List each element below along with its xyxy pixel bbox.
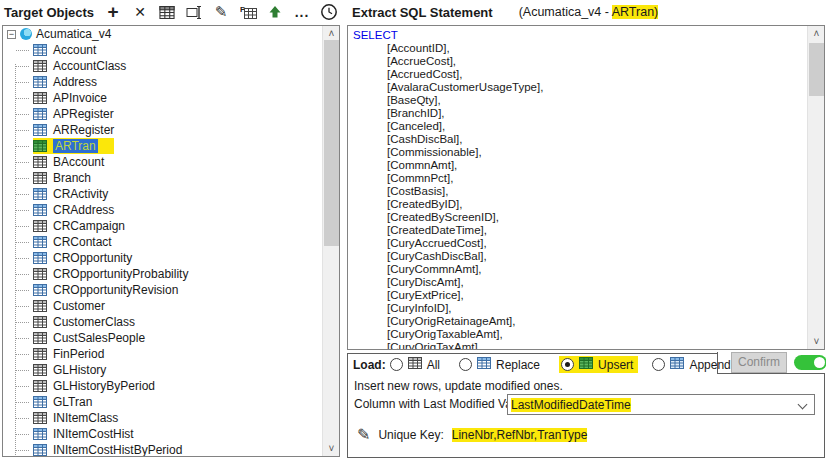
tree-item-label: GLHistory xyxy=(53,363,106,377)
sql-scrollbar-thumb[interactable] xyxy=(809,43,824,96)
sql-column-line: [AccountID], xyxy=(348,42,806,55)
selected-row-highlight: ARTran xyxy=(33,138,114,154)
edit-icon[interactable]: ✎ xyxy=(212,2,230,22)
sql-keyword: SELECT xyxy=(348,29,806,42)
sql-column-line: [CuryOrigTaxAmt], xyxy=(348,341,806,350)
sql-column-line: [CuryCommnAmt], xyxy=(348,263,806,276)
tree-item-custsalespeople[interactable]: CustSalesPeople xyxy=(3,330,322,346)
rename-icon[interactable] xyxy=(185,2,203,22)
tree-item-initemcosthist[interactable]: INItemCostHist xyxy=(3,426,322,442)
tree-root-label: Acumatica_v4 xyxy=(36,27,111,41)
last-modified-column-label: Column with Last Modified Value xyxy=(354,397,528,411)
load-option-label: Upsert xyxy=(598,358,633,372)
scroll-up-icon[interactable]: ˄ xyxy=(808,26,825,41)
context-subtitle: (Acumatica_v4 - ARTran) xyxy=(519,5,659,19)
tree-item-artran[interactable]: ARTran xyxy=(3,138,322,154)
tree-item-glhistory[interactable]: GLHistory xyxy=(3,362,322,378)
table-icon xyxy=(408,357,422,372)
tree-item-label: Branch xyxy=(53,171,91,185)
sql-column-line: [CreatedByID], xyxy=(348,198,806,211)
tree-connector xyxy=(16,402,29,403)
sql-statement-editor[interactable]: SELECT[AccountID],[AccrueCost],[AccruedC… xyxy=(347,25,825,350)
tree-item-cropportunityprobability[interactable]: CROpportunityProbability xyxy=(3,266,322,282)
enabled-toggle[interactable] xyxy=(794,355,826,370)
tree-item-label: Account xyxy=(53,43,96,57)
tree-item-branch[interactable]: Branch xyxy=(3,170,322,186)
tree-item-apinvoice[interactable]: APInvoice xyxy=(3,90,322,106)
tree-item-accountclass[interactable]: AccountClass xyxy=(3,58,322,74)
tree-item-address[interactable]: Address xyxy=(3,74,322,90)
sql-column-line: [Canceled], xyxy=(348,120,806,133)
scroll-up-icon[interactable]: ˄ xyxy=(323,26,340,41)
edit-pencil-icon[interactable]: ✎ xyxy=(357,425,370,444)
tree-item-customerclass[interactable]: CustomerClass xyxy=(3,314,322,330)
table-icon xyxy=(33,108,47,120)
tree-item-apregister[interactable]: APRegister xyxy=(3,106,322,122)
tree-connector xyxy=(16,162,29,163)
highlight-tail xyxy=(98,139,114,153)
table-icon xyxy=(33,412,47,424)
sql-column-line: [AvalaraCustomerUsageType], xyxy=(348,81,806,94)
tree-item-finperiod[interactable]: FinPeriod xyxy=(3,346,322,362)
tree-item-cropportunity[interactable]: CROpportunity xyxy=(3,250,322,266)
radio-icon[interactable] xyxy=(652,358,665,371)
target-objects-tree[interactable]: − Acumatica_v4 AccountAccountClassAddres… xyxy=(2,25,340,457)
tree-item-cropportunityrevision[interactable]: CROpportunityRevision xyxy=(3,282,322,298)
extract-sql-title: Extract SQL Statement xyxy=(352,5,493,20)
radio-icon[interactable] xyxy=(390,358,403,371)
tree-root-node[interactable]: − Acumatica_v4 xyxy=(3,26,322,42)
radio-icon[interactable] xyxy=(459,358,472,371)
scroll-down-icon[interactable]: ˅ xyxy=(808,334,825,349)
tree-item-gltran[interactable]: GLTran xyxy=(3,394,322,410)
collapse-icon[interactable]: − xyxy=(7,30,16,39)
unique-key-row: ✎ Unique Key: LineNbr,RefNbr,TranType xyxy=(357,425,587,444)
table-icon xyxy=(33,220,47,232)
more-icon[interactable]: ... xyxy=(293,2,311,22)
tree-item-label: Address xyxy=(53,75,97,89)
tree-item-glhistorybyperiod[interactable]: GLHistoryByPeriod xyxy=(3,378,322,394)
table-icon xyxy=(33,124,47,136)
load-option-label: Replace xyxy=(496,358,540,372)
tree-item-arregister[interactable]: ARRegister xyxy=(3,122,322,138)
tree-scrollbar[interactable]: ˄ ˅ xyxy=(322,26,339,456)
tree-item-initemcosthistbyperiod[interactable]: INItemCostHistByPeriod xyxy=(3,442,322,457)
radio-icon[interactable] xyxy=(561,358,574,371)
last-modified-column-select[interactable]: LastModifiedDateTime xyxy=(507,394,815,415)
load-label: Load: xyxy=(353,358,386,372)
tree-item-label: APRegister xyxy=(53,107,114,121)
sql-column-line: [CommnPct], xyxy=(348,172,806,185)
tree-item-crcampaign[interactable]: CRCampaign xyxy=(3,218,322,234)
tree-scrollbar-thumb[interactable] xyxy=(324,40,339,246)
tree-connector xyxy=(16,322,29,323)
tree-list: − Acumatica_v4 AccountAccountClassAddres… xyxy=(3,26,322,456)
load-option-upsert[interactable]: Upsert xyxy=(559,356,638,373)
table-icon xyxy=(33,348,47,360)
tree-item-crcontact[interactable]: CRContact xyxy=(3,234,322,250)
tree-item-customer[interactable]: Customer xyxy=(3,298,322,314)
table-icon xyxy=(477,357,491,372)
upload-icon[interactable] xyxy=(266,2,284,22)
table-icon xyxy=(33,380,47,392)
scroll-down-icon[interactable]: ˅ xyxy=(323,441,340,456)
tree-item-baccount[interactable]: BAccount xyxy=(3,154,322,170)
load-option-append[interactable]: Append xyxy=(652,357,730,372)
table-icon[interactable] xyxy=(158,2,176,22)
sql-scrollbar[interactable]: ˄ ˅ xyxy=(807,26,824,349)
load-option-all[interactable]: All xyxy=(390,357,440,372)
add-icon[interactable]: + xyxy=(104,2,122,22)
tree-item-cractivity[interactable]: CRActivity xyxy=(3,186,322,202)
load-option-replace[interactable]: Replace xyxy=(459,357,540,372)
tree-item-initemclass[interactable]: INItemClass xyxy=(3,410,322,426)
load-mode-row: Load: AllReplaceUpsertAppend xyxy=(353,356,750,373)
history-icon[interactable] xyxy=(320,2,338,22)
remove-icon[interactable]: ✕ xyxy=(131,2,149,22)
confirm-button[interactable]: Confirm xyxy=(731,352,787,373)
tree-item-craddress[interactable]: CRAddress xyxy=(3,202,322,218)
tree-item-account[interactable]: Account xyxy=(3,42,322,58)
tree-item-label: CustomerClass xyxy=(53,315,135,329)
table-icon xyxy=(33,92,47,104)
parameters-icon[interactable]: P xyxy=(239,2,257,22)
table-icon xyxy=(33,156,47,168)
sql-column-line: [CuryOrigRetainageAmt], xyxy=(348,315,806,328)
load-option-label: Append xyxy=(689,358,730,372)
